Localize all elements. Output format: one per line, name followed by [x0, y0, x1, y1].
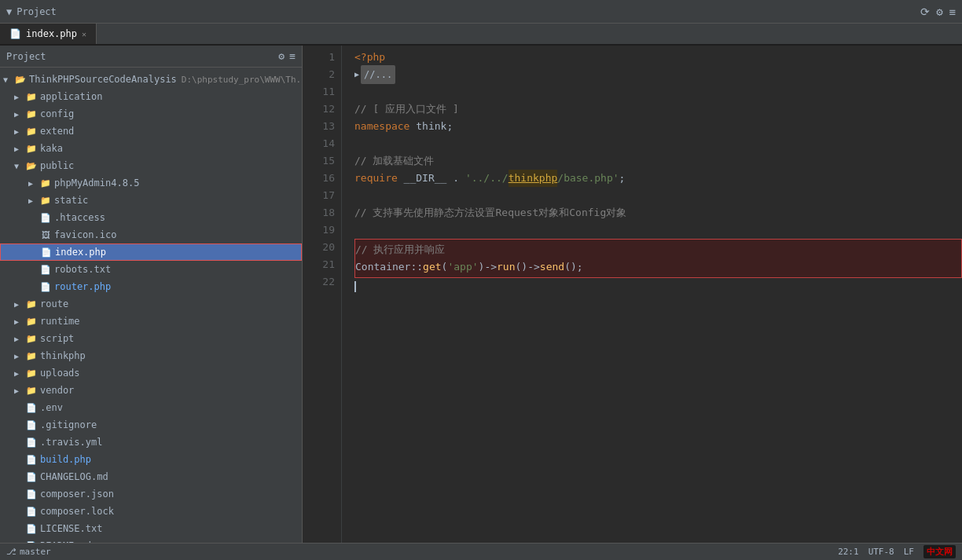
line-num-1: 1 [303, 49, 335, 66]
collapsed-comment: //... [361, 65, 395, 84]
line-num-16: 16 [303, 170, 335, 187]
status-bar: ⎇ master 22:1 UTF-8 LF 中文网 [0, 543, 962, 560]
kaka-label: kaka [40, 143, 63, 154]
line-numbers: 1 2 11 12 13 14 15 16 17 18 19 20 21 22 [303, 46, 342, 543]
public-icon: 📂 [25, 161, 38, 171]
keyword-namespace: namespace [354, 118, 409, 135]
code-area[interactable]: <?php ▶ //... // [ 应用入口文件 ] namespace th… [342, 46, 962, 543]
sidebar-item-runtime[interactable]: ▶ 📁 runtime [0, 313, 302, 330]
sidebar-item-composer-json[interactable]: 📄 composer.json [0, 485, 302, 503]
class-container: Container [355, 258, 410, 276]
comment-18: // 支持事先使用静态方法设置Request对象和Config对象 [354, 204, 626, 221]
public-arrow: ▼ [14, 162, 25, 170]
sidebar-collapse-icon[interactable]: ≡ [289, 50, 296, 62]
static-label: static [54, 195, 88, 206]
extend-arrow: ▶ [14, 127, 25, 136]
editor: 1 2 11 12 13 14 15 16 17 18 19 20 21 22 … [303, 46, 962, 543]
sidebar-item-static[interactable]: ▶ 📁 static [0, 192, 302, 209]
sidebar-item-uploads[interactable]: ▶ 📁 uploads [0, 364, 302, 382]
application-arrow: ▶ [14, 93, 25, 101]
line-num-20: 20 [303, 239, 335, 256]
code-line-13: namespace think; [354, 118, 962, 135]
sidebar-item-env[interactable]: 📄 .env [0, 399, 302, 416]
code-line-15: // 加载基础文件 [354, 152, 962, 170]
line-num-15: 15 [303, 152, 335, 170]
line-num-17: 17 [303, 187, 335, 204]
root-folder-icon: 📂 [14, 75, 27, 85]
sync-icon[interactable]: ⟳ [920, 5, 930, 18]
sidebar-item-favicon[interactable]: 🖼 favicon.ico [0, 226, 302, 243]
settings-icon[interactable]: ⚙ [936, 5, 942, 18]
plain-21a: :: [410, 258, 423, 276]
code-line-14 [354, 135, 962, 152]
sidebar-item-kaka[interactable]: ▶ 📁 kaka [0, 140, 302, 157]
cursor [354, 281, 356, 292]
line-num-19: 19 [303, 221, 335, 239]
status-line-ending: LF [904, 547, 914, 557]
sidebar: Project ⚙ ≡ ▼ 📂 ThinkPHPSourceCodeAnalys… [0, 46, 303, 543]
status-logo: 中文网 [923, 545, 956, 558]
tree-root[interactable]: ▼ 📂 ThinkPHPSourceCodeAnalysis D:\phpstu… [0, 71, 302, 88]
string-16b: /base.php' [557, 170, 619, 187]
sidebar-item-composer-lock[interactable]: 📄 composer.lock [0, 503, 302, 520]
code-line-20: // 执行应用并响应 [355, 241, 961, 258]
license-label: LICENSE.txt [40, 523, 102, 534]
sidebar-item-travis[interactable]: 📄 .travis.yml [0, 434, 302, 451]
paren-21c: () [516, 258, 528, 276]
route-icon: 📁 [25, 299, 38, 309]
gitignore-label: .gitignore [40, 419, 97, 430]
paren-21a: ( [442, 258, 448, 276]
sidebar-item-config[interactable]: ▶ 📁 config [0, 105, 302, 123]
sidebar-item-changelog[interactable]: 📄 CHANGELOG.md [0, 468, 302, 485]
code-line-17 [354, 187, 962, 204]
indexphp-icon: 📄 [40, 247, 53, 258]
uploads-arrow: ▶ [14, 369, 25, 378]
line-num-12: 12 [303, 101, 335, 118]
editor-content: 1 2 11 12 13 14 15 16 17 18 19 20 21 22 … [303, 46, 962, 543]
sidebar-item-application[interactable]: ▶ 📁 application [0, 88, 302, 105]
project-icon: ▼ [6, 6, 12, 17]
code-line-1: <?php [354, 49, 962, 66]
tab-close-icon[interactable]: ✕ [82, 30, 86, 38]
sidebar-item-gitignore[interactable]: 📄 .gitignore [0, 416, 302, 434]
sidebar-item-build[interactable]: 📄 build.php [0, 451, 302, 468]
composer-json-icon: 📄 [25, 489, 38, 500]
sidebar-item-vendor[interactable]: ▶ 📁 vendor [0, 382, 302, 399]
indexphp-label: index.php [55, 247, 106, 258]
application-icon: 📁 [25, 92, 38, 102]
highlighted-block: // 执行应用并响应 Container :: get ( 'app' ) ->… [354, 239, 962, 278]
sidebar-item-extend[interactable]: ▶ 📁 extend [0, 123, 302, 140]
sidebar-item-readme[interactable]: 📄 README.md [0, 537, 302, 543]
sidebar-item-license[interactable]: 📄 LICENSE.txt [0, 520, 302, 537]
line-num-14: 14 [303, 135, 335, 152]
line-num-13: 13 [303, 118, 335, 135]
application-label: application [40, 91, 102, 102]
code-line-2: ▶ //... [354, 66, 962, 83]
collapse-arrow[interactable]: ▶ [354, 66, 359, 83]
changelog-label: CHANGELOG.md [40, 471, 108, 482]
script-label: script [40, 333, 74, 344]
static-arrow: ▶ [28, 196, 39, 205]
code-line-19 [354, 221, 962, 239]
sidebar-item-public[interactable]: ▼ 📂 public [0, 157, 302, 174]
extend-icon: 📁 [25, 126, 38, 137]
router-icon: 📄 [39, 282, 52, 292]
sidebar-item-router[interactable]: 📄 router.php [0, 278, 302, 295]
sidebar-item-script[interactable]: ▶ 📁 script [0, 330, 302, 347]
sidebar-settings-icon[interactable]: ⚙ [278, 50, 285, 62]
runtime-icon: 📁 [25, 317, 38, 327]
git-icon: ⎇ [6, 547, 17, 557]
tab-index-php[interactable]: 📄 index.php ✕ [0, 24, 97, 44]
menu-icon[interactable]: ≡ [949, 5, 956, 18]
sidebar-item-htaccess[interactable]: 📄 .htaccess [0, 209, 302, 226]
sidebar-item-robots[interactable]: 📄 robots.txt [0, 261, 302, 278]
sidebar-header: Project ⚙ ≡ [0, 46, 302, 68]
sidebar-item-index-php[interactable]: 📄 index.php [0, 243, 302, 261]
git-branch: master [20, 547, 51, 557]
comment-20: // 执行应用并响应 [355, 241, 445, 258]
plain-16a: __DIR__ . [398, 170, 465, 187]
sidebar-item-phpmyadmin[interactable]: ▶ 📁 phpMyAdmin4.8.5 [0, 174, 302, 192]
sidebar-item-route[interactable]: ▶ 📁 route [0, 295, 302, 313]
sidebar-item-thinkphp[interactable]: ▶ 📁 thinkphp [0, 347, 302, 364]
sidebar-tree: ▼ 📂 ThinkPHPSourceCodeAnalysis D:\phpstu… [0, 68, 302, 543]
